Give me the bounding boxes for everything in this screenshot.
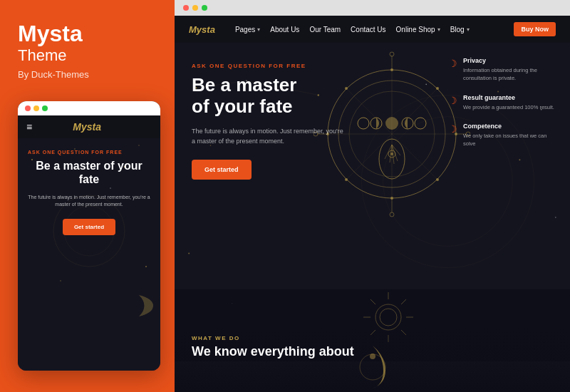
- buy-now-button[interactable]: Buy Now: [514, 22, 556, 36]
- hero-ask-label: ASK ONE QUESTION FOR FREE: [192, 63, 357, 69]
- right-panel: Mysta Pages▾ About Us Our Team Contact U…: [175, 0, 570, 392]
- mobile-cta-button[interactable]: Get started: [63, 219, 115, 235]
- guarantee-desc: We provide a guaranteed 100% result.: [463, 103, 554, 111]
- svg-point-55: [390, 68, 393, 71]
- what-we-do-label: WHAT WE DO: [192, 335, 553, 341]
- nav-about[interactable]: About Us: [270, 26, 299, 33]
- privacy-title: Privacy: [463, 57, 559, 64]
- svg-point-56: [436, 87, 439, 90]
- feature-guarantee: ☽ Result guarantee We provide a guarante…: [448, 94, 559, 111]
- dot-green: [42, 105, 48, 111]
- svg-point-7: [145, 266, 147, 267]
- svg-line-71: [401, 299, 406, 304]
- competence-moon-icon: ☽: [448, 123, 457, 135]
- dot-yellow: [33, 105, 39, 111]
- bottom-figure: [351, 342, 394, 392]
- nav-links: Pages▾ About Us Our Team Contact Us Onli…: [235, 26, 502, 33]
- svg-point-5: [110, 187, 111, 189]
- mobile-browser-bar: [18, 101, 160, 115]
- competence-desc: We only take on issues that we can solve: [463, 132, 559, 148]
- desktop-dot-green: [202, 5, 207, 11]
- privacy-moon-icon: ☽: [448, 58, 457, 69]
- svg-point-58: [436, 178, 439, 181]
- feature-competence: ☽ Competence We only take on issues that…: [448, 123, 559, 148]
- brand-by: By Duck-Themes: [18, 69, 157, 80]
- desktop-hero: ASK ONE QUESTION FOR FREE Be a master of…: [175, 43, 570, 392]
- desktop-preview: Mysta Pages▾ About Us Our Team Contact U…: [175, 16, 570, 392]
- desktop-dot-yellow: [192, 5, 198, 11]
- desktop-dot-red: [183, 5, 189, 11]
- mobile-heading: Be a master of your fate: [28, 159, 150, 186]
- guarantee-title: Result guarantee: [463, 94, 554, 101]
- mobile-desc: The future is always in motion. Just rem…: [28, 194, 150, 209]
- dot-red: [25, 105, 31, 111]
- guarantee-moon-icon: ☽: [448, 95, 457, 106]
- mobile-ask-label: ASK ONE QUESTION FOR FREE: [28, 150, 150, 155]
- svg-point-6: [60, 280, 61, 282]
- desktop-nav: Mysta Pages▾ About Us Our Team Contact U…: [175, 16, 570, 43]
- mobile-content: ASK ONE QUESTION FOR FREE Be a master of…: [18, 138, 160, 371]
- nav-shop[interactable]: Online Shop▾: [396, 26, 440, 33]
- svg-point-74: [370, 354, 375, 359]
- svg-point-63: [375, 304, 401, 330]
- svg-point-50: [390, 212, 394, 217]
- svg-point-36: [385, 117, 398, 130]
- hero-desc: The future is always in motion. Just rem…: [192, 126, 348, 147]
- brand-name: Mysta Theme By Duck-Themes: [18, 21, 157, 101]
- hero-heading: Be a master of your fate: [192, 75, 357, 118]
- nav-pages[interactable]: Pages▾: [235, 26, 260, 33]
- nav-blog[interactable]: Blog▾: [450, 26, 470, 33]
- hamburger-icon[interactable]: ≡: [26, 121, 32, 133]
- brand-title: Mysta: [18, 21, 157, 46]
- left-panel: Mysta Theme By Duck-Themes ≡ Mysta: [0, 0, 175, 392]
- feature-privacy: ☽ Privacy Information obtained during th…: [448, 57, 559, 83]
- svg-point-59: [390, 197, 393, 200]
- desktop-browser-bar: [175, 0, 570, 16]
- svg-point-3: [138, 145, 140, 146]
- nav-contact[interactable]: Contact Us: [351, 26, 385, 33]
- privacy-desc: Information obtained during the consulta…: [463, 66, 559, 83]
- hero-features: ☽ Privacy Information obtained during th…: [448, 57, 559, 148]
- hero-cta-button[interactable]: Get started: [192, 160, 252, 180]
- mobile-preview: ≡ Mysta ASK ONE: [18, 101, 160, 371]
- svg-point-18: [519, 159, 520, 160]
- svg-point-46: [390, 153, 393, 155]
- competence-title: Competence: [463, 123, 559, 130]
- svg-point-64: [380, 309, 397, 326]
- mobile-logo: Mysta: [73, 121, 101, 133]
- mobile-nav: ≡ Mysta: [18, 115, 160, 138]
- desktop-logo: Mysta: [189, 24, 215, 35]
- nav-team[interactable]: Our Team: [309, 26, 341, 33]
- svg-point-38: [415, 118, 426, 129]
- brand-subtitle: Theme: [18, 46, 157, 65]
- svg-point-19: [555, 217, 556, 218]
